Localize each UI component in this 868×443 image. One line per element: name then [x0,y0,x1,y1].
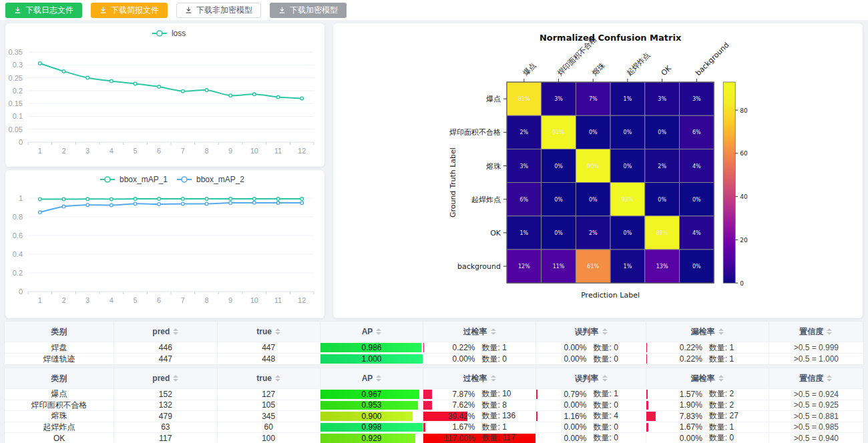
column-header-ap[interactable]: AP [320,322,423,342]
loss-point[interactable] [134,82,137,85]
bbox_mAP_1-point[interactable] [205,197,208,201]
column-header-miss[interactable]: 漏检率 [646,322,769,342]
loss-point[interactable] [229,94,232,97]
loss-point[interactable] [205,89,208,92]
confidence-value: >0.5 = 0.940 [794,434,839,443]
loss-line-chart[interactable]: 00.050.10.150.20.250.30.3512345678910111… [5,23,324,164]
bbox_mAP_1-point[interactable] [300,197,304,201]
matrix-cell-value: 90% [587,163,599,169]
loss-chart-card: 00.050.10.150.20.250.30.3512345678910111… [5,23,324,167]
bbox_mAP_1-point[interactable] [110,197,114,201]
bbox_mAP_1-point[interactable] [182,197,185,201]
cell-true: 127 [218,389,320,400]
loss-point[interactable] [158,85,161,89]
pred-value: 132 [159,400,172,410]
loss-point[interactable] [62,70,65,73]
column-header-overcheck[interactable]: 过检率 [423,322,536,342]
sort-carets-icon[interactable] [602,328,608,335]
bbox_mAP_1-point[interactable] [253,197,256,201]
download-log-button[interactable]: 下载日志文件 [5,3,82,18]
sort-carets-icon[interactable] [602,375,608,382]
table-row: 焊盘4464470.9860.22%数量: 10.00%数量: 00.22%数量… [5,342,863,353]
cell-true: 345 [218,411,320,422]
loss-point[interactable] [300,97,304,100]
bbox_mAP_2-point[interactable] [300,201,304,205]
bbox_mAP_1-point[interactable] [62,197,65,201]
bbox_mAP_2-point[interactable] [229,201,232,205]
column-header-miss[interactable]: 漏检率 [646,368,769,388]
sort-carets-icon[interactable] [275,328,280,335]
bbox_mAP_2-point[interactable] [253,201,256,205]
bbox_mAP_2-point[interactable] [110,203,114,207]
matrix-cell-value: 0% [554,163,563,169]
loss-point[interactable] [110,79,114,83]
main-content: 00.050.10.150.20.250.30.3512345678910111… [0,20,868,318]
loss-point[interactable] [276,95,280,99]
sort-carets-icon[interactable] [718,328,724,335]
sort-carets-icon[interactable] [376,328,381,335]
legend-item-bbox_mAP_1[interactable]: bbox_mAP_1 [100,175,168,184]
column-header-ap[interactable]: AP [320,368,423,388]
bbox_mAP_1-point[interactable] [229,197,232,201]
bbox_mAP_2-point[interactable] [205,202,208,205]
sort-carets-icon[interactable] [827,328,832,335]
bbox_mAP_1-point[interactable] [39,197,42,201]
download-unencrypted-model-label: 下载非加密模型 [196,6,252,14]
cell-category: 起焊炸点 [5,422,114,433]
bbox_mAP_2-point[interactable] [86,203,89,207]
x-axis-tick-label: 2 [61,147,65,155]
sort-carets-icon[interactable] [718,375,724,382]
true-value: 447 [262,343,275,352]
column-header-pred[interactable]: pred [114,322,217,342]
sort-carets-icon[interactable] [376,375,381,382]
column-header-label: 漏检率 [691,326,715,338]
rate-percent: 0.00% [536,434,586,443]
loss-point[interactable] [39,62,42,65]
x-axis-tick-label: 7 [181,147,185,155]
column-header-true[interactable]: true [218,322,320,342]
column-header-true[interactable]: true [218,368,320,388]
bbox_mAP_1-point[interactable] [158,197,161,201]
confidence-value: >0.5 = 1.000 [794,354,839,364]
sort-carets-icon[interactable] [491,328,496,335]
caret-down-icon [827,332,832,335]
legend-item-loss[interactable]: loss [152,29,186,38]
bbox_mAP_1-point[interactable] [276,197,280,201]
column-header-misjudge[interactable]: 误判率 [536,368,646,388]
bbox_mAP_2-point[interactable] [39,211,42,214]
column-header-misjudge[interactable]: 误判率 [536,322,646,342]
legend-item-bbox_mAP_2[interactable]: bbox_mAP_2 [177,175,244,184]
matrix-column-label: 起焊炸点 [625,51,652,77]
download-report-button[interactable]: 下载简报文件 [91,3,168,18]
bbox_mAP_2-point[interactable] [62,205,65,208]
bbox-map-line-chart[interactable]: 00.20.40.60.81123456789101112bbox_mAP_1b… [5,170,324,316]
cell-pred: 152 [114,389,217,400]
sort-carets-icon[interactable] [827,375,832,382]
download-encrypted-model-button[interactable]: 下载加密模型 [270,3,347,18]
bbox_mAP_2-point[interactable] [276,201,280,205]
bbox_mAP_1-point[interactable] [134,197,137,201]
cell-ap: 0.900 [320,411,423,422]
sort-carets-icon[interactable] [173,328,178,335]
sort-carets-icon[interactable] [275,375,280,382]
column-header-overcheck[interactable]: 过检率 [423,368,536,388]
y-axis-tick-label: 0.2 [13,269,23,277]
sort-carets-icon[interactable] [491,375,496,382]
confidence-value: >0.5 = 0.925 [794,400,839,410]
column-header-pred[interactable]: pred [114,368,217,388]
bbox_mAP_2-point[interactable] [182,202,185,205]
loss-point[interactable] [253,93,256,96]
bbox_mAP_1-point[interactable] [86,197,89,201]
loss-point[interactable] [182,89,185,93]
true-value: 100 [262,434,275,443]
cell-misjudge: 0.00%数量: 0 [536,354,646,364]
column-header-confidence[interactable]: 置信度 [769,322,863,342]
column-header-confidence[interactable]: 置信度 [769,368,863,388]
caret-up-icon [718,328,724,331]
bbox_mAP_2-point[interactable] [158,203,161,206]
cell-pred: 446 [114,342,217,353]
bbox_mAP_2-point[interactable] [134,202,137,205]
loss-point[interactable] [86,76,89,79]
sort-carets-icon[interactable] [173,375,178,382]
download-unencrypted-model-button[interactable]: 下载非加密模型 [176,3,261,18]
